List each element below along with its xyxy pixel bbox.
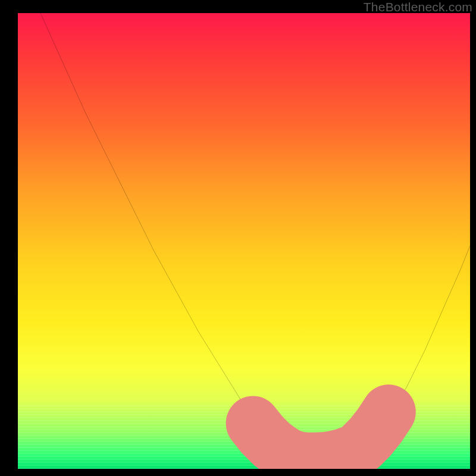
watermark-text: TheBottleneck.com bbox=[364, 0, 472, 14]
highlight-group bbox=[253, 412, 389, 459]
curve-svg bbox=[18, 13, 470, 469]
highlight-right-arm bbox=[362, 412, 389, 446]
plot-area bbox=[18, 13, 470, 469]
chart-frame: TheBottleneck.com bbox=[0, 0, 476, 476]
